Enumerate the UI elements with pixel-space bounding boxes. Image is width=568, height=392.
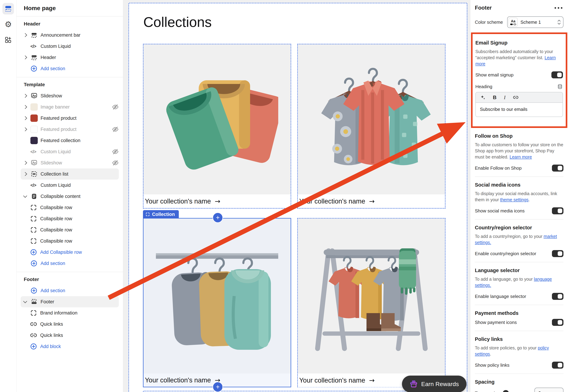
sidebar-item-collapsible-row-2[interactable]: Collapsible row <box>16 213 123 224</box>
featured-product-thumbnail <box>30 114 41 122</box>
sidebar-item-footer[interactable]: Footer <box>21 296 119 307</box>
toggle-label: Show email signup <box>475 72 513 78</box>
eye-slash-icon[interactable] <box>112 159 119 166</box>
sections-tab[interactable] <box>2 3 14 14</box>
learn-more-link[interactable]: Learn more <box>510 154 532 159</box>
add-section-button[interactable]: Add section <box>16 63 123 74</box>
slider-knob[interactable] <box>503 390 509 392</box>
color-scheme-select[interactable]: Aa Scheme 1 <box>507 16 564 28</box>
chevron-down-icon <box>24 196 30 197</box>
top-margin-input[interactable]: 0 px <box>535 388 564 392</box>
settings-panel: Footer Color scheme Aa Scheme 1 Email Si… <box>470 0 568 392</box>
sidebar-item-image-banner[interactable]: Image banner <box>16 101 123 112</box>
follow-on-shop-section: Follow on Shop To allow customers to fol… <box>475 128 564 176</box>
arrow-right-icon: → <box>215 197 220 205</box>
sidebar-item-quick-links-2[interactable]: Quick links <box>16 330 123 341</box>
collection-list-section-outline[interactable]: Collections <box>128 3 467 392</box>
collection-image-clothing-rack <box>298 219 445 374</box>
country-region-selector-section: Country/region selector To add a country… <box>475 219 564 262</box>
collection-card-caption[interactable]: Your collection's name → <box>144 195 291 208</box>
theme-settings-link[interactable]: theme settings <box>500 197 529 202</box>
top-margin-label: Top margin <box>475 391 497 392</box>
enable-language-selector-toggle[interactable] <box>552 293 564 300</box>
sidebar-item-collapsible-content[interactable]: Collapsible content <box>16 191 123 202</box>
insert-link-button[interactable] <box>513 95 519 100</box>
email-signup-highlight: Email Signup Subscribers added automatic… <box>471 32 567 128</box>
sidebar-item-slideshow-2[interactable]: Slideshow <box>16 157 123 168</box>
add-block-button[interactable]: Add block <box>16 341 123 352</box>
sidebar-item-collection-list[interactable]: Collection list <box>21 168 119 180</box>
sidebar-item-quick-links-1[interactable]: Quick links <box>16 319 123 330</box>
add-collapsible-row-button[interactable]: Add Collapsible row <box>16 247 123 258</box>
collection-list-icon <box>30 170 41 178</box>
collection-card-caption[interactable]: Your collection's name → <box>298 195 445 208</box>
chevron-right-icon <box>24 173 30 175</box>
block-brackets-icon <box>30 204 40 211</box>
group-template-label: Template <box>16 79 123 90</box>
sidebar-item-custom-liquid-2[interactable]: </> Custom Liquid <box>16 146 123 157</box>
sidebar-item-brand-information[interactable]: Brand information <box>16 307 123 319</box>
overflow-menu-icon[interactable] <box>554 7 564 9</box>
link-icon <box>30 321 40 328</box>
plus-circle-icon <box>30 343 40 350</box>
sidebar-item-collapsible-row-1[interactable]: Collapsible row <box>16 202 123 213</box>
social-media-icons-section: Social media icons To display your socia… <box>475 176 564 219</box>
collection-card[interactable]: Your collection's name → <box>297 218 446 387</box>
heading-rich-text-editor: B I Subscribe to our emails <box>475 92 563 117</box>
collection-card[interactable]: Your collection's name → <box>143 44 291 209</box>
collection-image-hanging-shirts <box>298 44 445 195</box>
collection-image-folded-shirts <box>144 44 291 195</box>
add-block-below-button[interactable]: + <box>212 382 223 392</box>
sidebar-item-slideshow[interactable]: Slideshow <box>16 90 123 101</box>
sections-icon <box>4 5 12 13</box>
sidebar-item-custom-liquid[interactable]: </> Custom Liquid <box>16 41 123 52</box>
page-title: Home page <box>16 0 123 17</box>
arrow-right-icon: → <box>369 197 375 205</box>
collection-image-rail-sweaters <box>144 219 291 374</box>
block-brackets-icon <box>30 309 40 316</box>
group-header-label: Header <box>16 18 123 29</box>
magic-sparkle-icon[interactable] <box>480 95 486 100</box>
add-section-button[interactable]: Add section <box>16 258 123 269</box>
show-email-signup-toggle[interactable] <box>551 71 563 78</box>
eye-slash-icon[interactable] <box>112 126 119 133</box>
image-banner-thumbnail <box>30 103 41 111</box>
group-footer-label: Footer <box>16 274 123 285</box>
bold-button[interactable]: B <box>493 95 496 100</box>
italic-button[interactable]: I <box>504 95 506 100</box>
earn-rewards-button[interactable]: Earn Rewards <box>402 376 466 392</box>
collections-heading: Collections <box>143 14 212 30</box>
show-social-media-icons-toggle[interactable] <box>552 207 564 214</box>
add-section-button[interactable]: Add section <box>16 285 123 296</box>
collection-card[interactable]: Your collection's name → <box>297 44 446 209</box>
sidebar-item-featured-collection[interactable]: Featured collection <box>16 135 123 146</box>
show-policy-links-toggle[interactable] <box>552 362 564 369</box>
sidebar-item-featured-product-2[interactable]: Featured product <box>16 124 123 135</box>
sidebar-item-collapsible-row-3[interactable]: Collapsible row <box>16 224 123 236</box>
eye-slash-icon[interactable] <box>112 148 119 155</box>
sidebar-item-collapsible-row-4[interactable]: Collapsible row <box>16 236 123 247</box>
dynamic-source-icon[interactable] <box>557 84 563 90</box>
heading-input[interactable]: Subscribe to our emails <box>476 103 563 117</box>
sidebar-item-header[interactable]: Header <box>16 52 123 63</box>
eye-slash-icon[interactable] <box>112 103 119 111</box>
sidebar-item-custom-liquid-3[interactable]: </> Custom Liquid <box>16 180 123 191</box>
group-template: Template Slideshow Image banner Featured… <box>16 77 123 272</box>
app-embeds-tab[interactable] <box>2 34 14 45</box>
enable-country-region-toggle[interactable] <box>552 250 564 257</box>
theme-settings-tab[interactable]: ⚙ <box>2 18 14 30</box>
top-margin-slider[interactable] <box>503 390 531 392</box>
sidebar-item-featured-product-1[interactable]: Featured product <box>16 112 123 124</box>
plus-circle-icon <box>30 249 40 256</box>
color-scheme-swatch-icon: Aa <box>508 18 518 27</box>
gift-icon <box>410 380 418 388</box>
slideshow-icon <box>30 92 41 99</box>
block-brackets-icon <box>30 215 40 222</box>
show-payment-icons-toggle[interactable] <box>552 319 564 326</box>
add-block-above-button[interactable]: + <box>212 212 223 223</box>
collection-card-selected[interactable]: Your collection's name → <box>143 218 291 387</box>
chevron-right-icon <box>24 128 30 131</box>
code-icon: </> <box>30 149 41 154</box>
sidebar-item-announcement-bar[interactable]: Announcement bar <box>16 29 123 41</box>
enable-follow-on-shop-toggle[interactable] <box>552 165 564 172</box>
